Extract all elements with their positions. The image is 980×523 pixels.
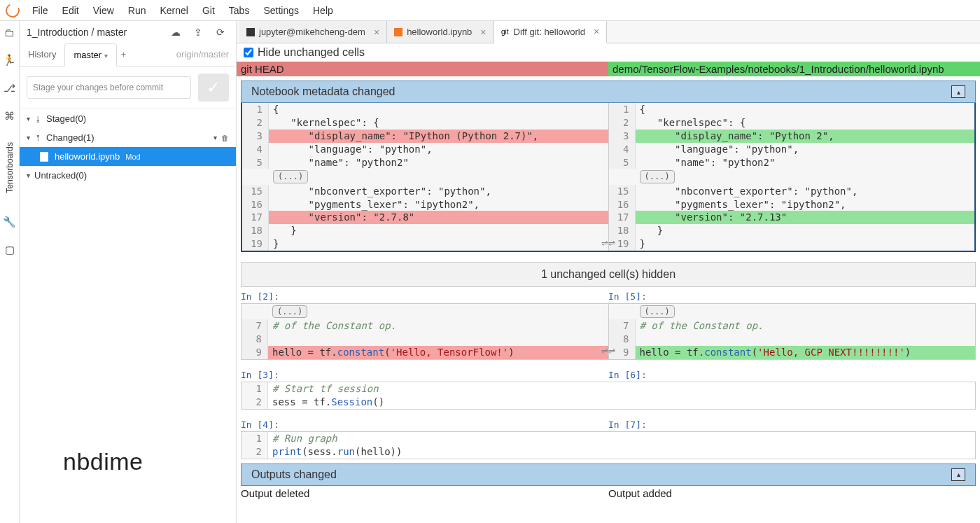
git-icon[interactable]: ⎇ — [4, 82, 15, 95]
prompt-left: In [4]: — [241, 419, 608, 430]
code-line: 7# of the Constant op. — [241, 319, 608, 333]
close-icon[interactable]: × — [374, 27, 379, 38]
close-icon[interactable]: × — [594, 26, 599, 37]
hidden-cells-bar[interactable]: 1 unchanged cell(s) hidden — [241, 262, 976, 287]
hide-unchanged-checkbox[interactable] — [244, 48, 253, 57]
hide-unchanged-label: Hide unchanged cells — [258, 46, 365, 59]
section-changed[interactable]: ▾ ⭱ Changed(1) ▾ 🗑 — [20, 128, 236, 147]
svg-rect-0 — [41, 152, 48, 160]
code-line: 3 "display_name": "Python 2", — [609, 130, 975, 143]
tab-diff[interactable]: git Diff git: helloworld× — [494, 21, 608, 43]
code-line: 9hello = tf.constant('Hello, TensorFlow!… — [241, 346, 608, 359]
diff-document[interactable]: Hide unchanged cells git HEAD demo/Tenso… — [237, 43, 980, 523]
menu-tabs[interactable]: Tabs — [222, 2, 257, 19]
changed-file-name: helloworld.ipynb — [55, 151, 120, 162]
menubar: File Edit View Run Kernel Git Tabs Setti… — [0, 0, 980, 21]
code-line: 9hello = tf.constant('Hello, GCP NEXT!!!… — [609, 346, 976, 359]
tab-current-branch[interactable]: master ▾ — [64, 43, 116, 67]
chevron-down-icon: ▾ — [27, 172, 30, 179]
code-line: 18 } — [242, 224, 608, 237]
menu-edit[interactable]: Edit — [55, 2, 86, 19]
cell-prompts: In [2]: In [5]: — [241, 291, 976, 302]
menu-help[interactable]: Help — [306, 2, 340, 19]
outputs-panel: Outputs changed ▴ — [241, 463, 976, 486]
cloud-push-icon[interactable]: ⇪ — [190, 27, 206, 38]
svg-rect-2 — [246, 28, 255, 36]
fold-indicator[interactable]: (...) — [272, 305, 307, 318]
main-area: jupyter@mikehcheng-dem× helloworld.ipynb… — [237, 21, 980, 523]
file-mod-badge: Mod — [125, 153, 140, 161]
metadata-panel-title: Notebook metadata changed ▴ — [241, 81, 976, 103]
document-tabs: jupyter@mikehcheng-dem× helloworld.ipynb… — [237, 21, 980, 43]
commit-message-input[interactable]: Stage your changes before commit — [27, 76, 191, 99]
code-line: 17 "version": "2.7.13" — [609, 211, 975, 224]
open-tabs-icon[interactable]: ▢ — [5, 244, 15, 256]
metadata-panel: Notebook metadata changed ▴ 1{2 "kernels… — [241, 81, 976, 252]
output-added-label: Output added — [608, 487, 976, 499]
code-line: 3 "display_name": "IPython (Python 2.7)"… — [242, 130, 608, 143]
menu-settings[interactable]: Settings — [256, 2, 306, 19]
trash-icon[interactable]: 🗑 — [221, 134, 229, 142]
tab-terminal[interactable]: jupyter@mikehcheng-dem× — [239, 21, 387, 43]
git-diff-icon: git — [501, 27, 510, 36]
code-line: 2sess = tf.Session() — [241, 396, 975, 409]
notebook-icon — [394, 28, 402, 36]
branch-tabs: History master ▾ + origin/master — [20, 43, 236, 67]
download-icon: ⭳ — [34, 115, 42, 123]
prompt-left: In [2]: — [241, 291, 608, 302]
code-line: 8 — [241, 333, 608, 346]
tab-history[interactable]: History — [20, 43, 64, 66]
running-icon[interactable]: 🏃 — [3, 54, 16, 67]
menu-view[interactable]: View — [86, 2, 121, 19]
code-line: 1# Run graph — [241, 432, 975, 445]
notebook-file-icon — [39, 152, 49, 162]
nbdime-brand: nbdime — [63, 448, 144, 475]
code-line: 2 "kernelspec": { — [242, 116, 608, 130]
collapse-button[interactable]: ▴ — [951, 85, 965, 98]
tab-notebook[interactable]: helloworld.ipynb× — [387, 21, 493, 43]
section-untracked[interactable]: ▾ Untracked(0) — [20, 166, 236, 185]
menu-git[interactable]: Git — [195, 2, 222, 19]
fold-indicator[interactable]: (...) — [640, 170, 675, 183]
refresh-icon[interactable]: ⟳ — [212, 27, 229, 38]
chevron-down-icon: ▾ — [214, 134, 217, 141]
prompt-left: In [3]: — [241, 370, 608, 380]
code-line: 5 "name": "python2" — [242, 156, 608, 169]
fold-indicator[interactable]: (...) — [640, 305, 675, 318]
commands-icon[interactable]: ⌘ — [4, 110, 15, 123]
cell-prompts: In [4]: In [7]: — [241, 419, 976, 430]
code-line: 1{ — [609, 103, 975, 116]
cell-prompts: In [3]: In [6]: — [241, 370, 976, 380]
code-line: 19} — [609, 237, 975, 251]
diff-header-left: git HEAD — [237, 62, 608, 76]
code-line: 2print(sess.run(hello)) — [241, 445, 975, 459]
changed-file-row[interactable]: helloworld.ipynb Mod — [20, 147, 236, 166]
code-line: 16 "pygments_lexer": "ipython2", — [609, 198, 975, 211]
code-line: 5 "name": "python2" — [609, 156, 975, 169]
code-line: 2 "kernelspec": { — [609, 116, 975, 130]
cloud-pull-icon[interactable]: ☁ — [167, 27, 184, 38]
output-deleted-label: Output deleted — [241, 487, 608, 499]
menu-file[interactable]: File — [25, 2, 55, 19]
folder-icon[interactable]: 🗀 — [4, 27, 15, 39]
upload-icon: ⭱ — [34, 134, 42, 142]
menu-kernel[interactable]: Kernel — [153, 2, 195, 19]
menu-run[interactable]: Run — [121, 2, 153, 19]
close-icon[interactable]: × — [480, 27, 486, 38]
new-branch-button[interactable]: + — [117, 43, 131, 66]
svg-rect-3 — [394, 28, 402, 36]
code-line: 15 "nbconvert_exporter": "python", — [242, 185, 608, 198]
svg-text:git: git — [501, 28, 509, 36]
code-line: 18 } — [609, 224, 975, 237]
code-line: 19} — [242, 237, 608, 251]
tensorboards-label[interactable]: Tensorboards — [5, 142, 15, 193]
terminal-icon — [246, 28, 255, 36]
repo-breadcrumb[interactable]: 1_Introduction / master — [27, 27, 162, 38]
wrench-icon[interactable]: 🔧 — [3, 216, 16, 228]
collapse-button[interactable]: ▴ — [951, 468, 965, 481]
commit-button[interactable]: ✓ — [198, 74, 229, 102]
section-staged[interactable]: ▾ ⭳ Staged(0) — [20, 109, 236, 128]
prompt-right: In [7]: — [608, 419, 976, 430]
fold-indicator[interactable]: (...) — [273, 170, 308, 183]
code-line: 1{ — [242, 103, 608, 116]
